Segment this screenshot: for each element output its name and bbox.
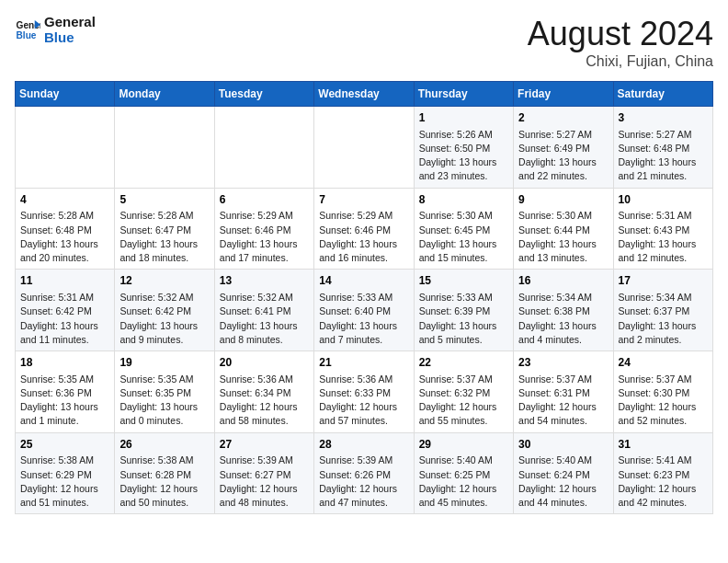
col-header-friday: Friday [514,82,613,107]
day-number: 9 [518,192,608,208]
calendar-cell: 20Sunrise: 5:36 AMSunset: 6:34 PMDayligh… [214,351,313,433]
calendar-week-row: 25Sunrise: 5:38 AMSunset: 6:29 PMDayligh… [16,432,713,514]
calendar-cell: 22Sunrise: 5:37 AMSunset: 6:32 PMDayligh… [414,351,513,433]
day-number: 21 [319,355,408,371]
calendar-cell: 26Sunrise: 5:38 AMSunset: 6:28 PMDayligh… [115,432,214,514]
day-info: Sunrise: 5:41 AMSunset: 6:23 PMDaylight:… [619,454,708,510]
day-info: Sunrise: 5:35 AMSunset: 6:35 PMDaylight:… [119,373,209,429]
logo-icon: General Blue [15,17,40,43]
day-number: 20 [220,355,309,371]
calendar-cell: 5Sunrise: 5:28 AMSunset: 6:47 PMDaylight… [115,188,214,270]
day-info: Sunrise: 5:38 AMSunset: 6:29 PMDaylight:… [20,454,109,510]
day-info: Sunrise: 5:38 AMSunset: 6:28 PMDaylight:… [119,454,209,510]
day-number: 6 [220,192,309,208]
calendar-cell: 1Sunrise: 5:26 AMSunset: 6:50 PMDaylight… [414,107,513,189]
location-subtitle: Chixi, Fujian, China [528,53,713,70]
calendar-cell: 16Sunrise: 5:34 AMSunset: 6:38 PMDayligh… [514,270,613,351]
day-number: 30 [518,437,608,453]
day-number: 14 [319,273,408,289]
day-number: 22 [419,355,508,371]
day-info: Sunrise: 5:40 AMSunset: 6:25 PMDaylight:… [419,454,508,510]
calendar-cell: 28Sunrise: 5:39 AMSunset: 6:26 PMDayligh… [314,432,414,514]
day-number: 12 [119,273,209,289]
day-info: Sunrise: 5:37 AMSunset: 6:30 PMDaylight:… [619,373,708,429]
day-info: Sunrise: 5:36 AMSunset: 6:34 PMDaylight:… [220,373,309,429]
day-number: 29 [419,437,508,453]
col-header-sunday: Sunday [16,82,115,107]
day-info: Sunrise: 5:32 AMSunset: 6:42 PMDaylight:… [119,291,209,347]
day-number: 28 [319,437,408,453]
calendar-table: SundayMondayTuesdayWednesdayThursdayFrid… [15,81,713,514]
calendar-cell: 15Sunrise: 5:33 AMSunset: 6:39 PMDayligh… [414,270,513,351]
day-info: Sunrise: 5:28 AMSunset: 6:48 PMDaylight:… [20,209,109,265]
day-number: 25 [20,437,109,453]
day-number: 7 [319,192,408,208]
day-number: 26 [119,437,209,453]
month-year-title: August 2024 [528,15,713,53]
calendar-cell: 6Sunrise: 5:29 AMSunset: 6:46 PMDaylight… [214,188,313,270]
day-info: Sunrise: 5:30 AMSunset: 6:45 PMDaylight:… [419,209,508,265]
day-number: 18 [20,355,109,371]
day-number: 8 [419,192,508,208]
calendar-cell: 14Sunrise: 5:33 AMSunset: 6:40 PMDayligh… [314,270,414,351]
calendar-cell: 18Sunrise: 5:35 AMSunset: 6:36 PMDayligh… [16,351,115,433]
day-number: 31 [619,437,708,453]
day-info: Sunrise: 5:30 AMSunset: 6:44 PMDaylight:… [518,209,608,265]
day-number: 10 [619,192,708,208]
day-info: Sunrise: 5:39 AMSunset: 6:26 PMDaylight:… [319,454,408,510]
calendar-cell: 2Sunrise: 5:27 AMSunset: 6:49 PMDaylight… [514,107,613,189]
page-header: General Blue General Blue August 2024 Ch… [15,15,713,70]
logo-text: General Blue [44,15,96,45]
calendar-week-row: 11Sunrise: 5:31 AMSunset: 6:42 PMDayligh… [16,270,713,351]
col-header-thursday: Thursday [414,82,513,107]
calendar-cell [16,107,115,189]
day-info: Sunrise: 5:27 AMSunset: 6:49 PMDaylight:… [518,128,608,184]
calendar-cell: 13Sunrise: 5:32 AMSunset: 6:41 PMDayligh… [214,270,313,351]
day-info: Sunrise: 5:27 AMSunset: 6:48 PMDaylight:… [619,128,708,184]
day-info: Sunrise: 5:31 AMSunset: 6:42 PMDaylight:… [20,291,109,347]
calendar-week-row: 18Sunrise: 5:35 AMSunset: 6:36 PMDayligh… [16,351,713,433]
calendar-cell: 9Sunrise: 5:30 AMSunset: 6:44 PMDaylight… [514,188,613,270]
calendar-cell: 25Sunrise: 5:38 AMSunset: 6:29 PMDayligh… [16,432,115,514]
day-number: 16 [518,273,608,289]
day-info: Sunrise: 5:29 AMSunset: 6:46 PMDaylight:… [220,209,309,265]
day-number: 5 [119,192,209,208]
day-number: 23 [518,355,608,371]
day-number: 19 [119,355,209,371]
calendar-cell: 27Sunrise: 5:39 AMSunset: 6:27 PMDayligh… [214,432,313,514]
day-info: Sunrise: 5:36 AMSunset: 6:33 PMDaylight:… [319,373,408,429]
calendar-cell: 7Sunrise: 5:29 AMSunset: 6:46 PMDaylight… [314,188,414,270]
col-header-saturday: Saturday [613,82,712,107]
calendar-cell: 31Sunrise: 5:41 AMSunset: 6:23 PMDayligh… [613,432,712,514]
day-number: 24 [619,355,708,371]
day-info: Sunrise: 5:26 AMSunset: 6:50 PMDaylight:… [419,128,508,184]
calendar-week-row: 4Sunrise: 5:28 AMSunset: 6:48 PMDaylight… [16,188,713,270]
day-number: 17 [619,273,708,289]
calendar-cell: 3Sunrise: 5:27 AMSunset: 6:48 PMDaylight… [613,107,712,189]
calendar-cell: 11Sunrise: 5:31 AMSunset: 6:42 PMDayligh… [16,270,115,351]
day-info: Sunrise: 5:31 AMSunset: 6:43 PMDaylight:… [619,209,708,265]
day-number: 13 [220,273,309,289]
calendar-cell: 19Sunrise: 5:35 AMSunset: 6:35 PMDayligh… [115,351,214,433]
day-info: Sunrise: 5:40 AMSunset: 6:24 PMDaylight:… [518,454,608,510]
day-number: 11 [20,273,109,289]
logo: General Blue General Blue [15,15,96,45]
calendar-cell [214,107,313,189]
day-info: Sunrise: 5:29 AMSunset: 6:46 PMDaylight:… [319,209,408,265]
day-info: Sunrise: 5:28 AMSunset: 6:47 PMDaylight:… [119,209,209,265]
day-number: 2 [518,110,608,126]
day-info: Sunrise: 5:37 AMSunset: 6:32 PMDaylight:… [419,373,508,429]
calendar-cell: 23Sunrise: 5:37 AMSunset: 6:31 PMDayligh… [514,351,613,433]
svg-text:Blue: Blue [17,30,37,40]
calendar-week-row: 1Sunrise: 5:26 AMSunset: 6:50 PMDaylight… [16,107,713,189]
calendar-cell: 29Sunrise: 5:40 AMSunset: 6:25 PMDayligh… [414,432,513,514]
day-info: Sunrise: 5:33 AMSunset: 6:40 PMDaylight:… [319,291,408,347]
title-block: August 2024 Chixi, Fujian, China [528,15,713,70]
day-info: Sunrise: 5:39 AMSunset: 6:27 PMDaylight:… [220,454,309,510]
day-info: Sunrise: 5:32 AMSunset: 6:41 PMDaylight:… [220,291,309,347]
day-number: 3 [619,110,708,126]
calendar-cell: 4Sunrise: 5:28 AMSunset: 6:48 PMDaylight… [16,188,115,270]
day-number: 27 [220,437,309,453]
calendar-cell: 30Sunrise: 5:40 AMSunset: 6:24 PMDayligh… [514,432,613,514]
calendar-header-row: SundayMondayTuesdayWednesdayThursdayFrid… [16,82,713,107]
